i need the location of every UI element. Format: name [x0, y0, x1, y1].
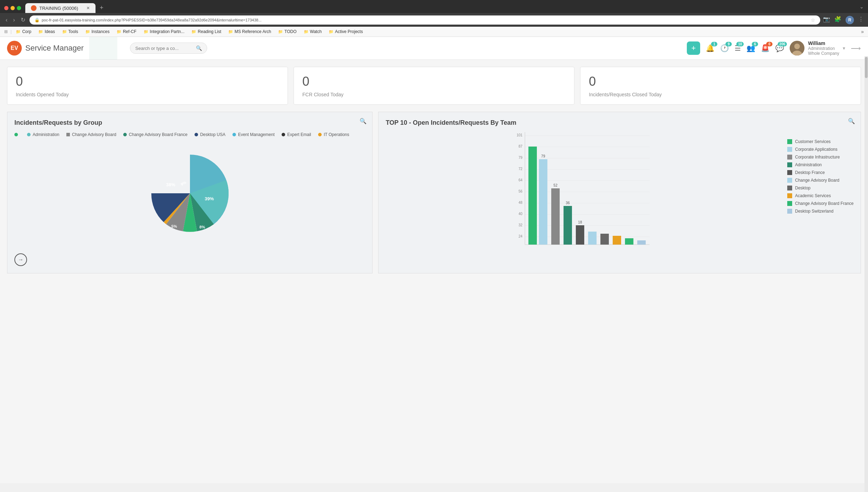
- legend-bar-color-0: [787, 139, 792, 144]
- bar-1: [528, 147, 537, 245]
- apps-grid-icon[interactable]: ⊞: [4, 29, 8, 34]
- bookmark-todo-label: TODO: [284, 29, 296, 34]
- messages-button[interactable]: 💬 206: [775, 44, 784, 52]
- profile-icon[interactable]: R: [846, 16, 854, 24]
- scrollbar-thumb[interactable]: [865, 57, 868, 78]
- bar-legend-label-9: Desktop Switzerland: [795, 209, 833, 214]
- bar-chart-panel: TOP 10 - Open Incidents/Requests By Team…: [378, 112, 861, 273]
- legend-dot-7: [318, 133, 322, 136]
- history-badge: 9: [725, 42, 732, 46]
- new-tab-button[interactable]: +: [97, 3, 106, 13]
- pie-chart: 39% 38% 8% 9% 5%: [14, 144, 365, 242]
- extensions-icon[interactable]: 🧩: [834, 16, 841, 24]
- bookmark-corp-label: Corp: [22, 29, 31, 34]
- bar-chart-search-icon[interactable]: 🔍: [848, 118, 855, 124]
- bookmark-instances[interactable]: 📁 Instances: [83, 28, 112, 35]
- legend-dot-2: [66, 133, 70, 136]
- screenshot-icon[interactable]: 📷: [823, 16, 830, 24]
- logo-area: EV Service Manager: [7, 41, 84, 56]
- user-menu[interactable]: William Administration Whole Company ▾: [790, 40, 845, 56]
- bookmark-integration[interactable]: 📁 Integration Partn...: [141, 28, 188, 35]
- bar-5: [576, 225, 584, 245]
- bar-legend-label-3: Administration: [795, 162, 822, 167]
- svg-text:40: 40: [519, 212, 523, 216]
- bookmark-active-projects-label: Active Projects: [335, 29, 363, 34]
- bookmark-watch[interactable]: 📁 Watch: [301, 28, 325, 35]
- legend-bar-color-4: [787, 170, 792, 175]
- logo-text: EV: [11, 45, 18, 51]
- bar-legend-label-4: Desktop France: [795, 170, 825, 175]
- pie-chart-search-icon[interactable]: 🔍: [360, 118, 367, 124]
- bar-legend-label-2: Corporate Infrastructure: [795, 155, 840, 160]
- back-button[interactable]: ‹: [4, 15, 9, 25]
- svg-text:79: 79: [519, 156, 523, 160]
- bookmark-ref-cf[interactable]: 📁 Ref-CF: [114, 28, 139, 35]
- pie-legend-item-3: Change Advisory Board France: [123, 132, 188, 137]
- menu-icon[interactable]: ⋮: [858, 16, 864, 24]
- bar-legend-1: Corporate Applications: [787, 147, 854, 152]
- logout-button[interactable]: ⟶: [851, 44, 861, 52]
- bookmark-ms-ref[interactable]: 📁 MS Reference Arch: [225, 28, 274, 35]
- svg-text:5%: 5%: [171, 224, 177, 228]
- notifications-button[interactable]: 🔔 1: [706, 44, 715, 52]
- pie-legend-item-5: Event Management: [232, 132, 275, 137]
- star-icon[interactable]: ☆: [811, 17, 815, 23]
- folder-icon-5: 📁: [117, 30, 121, 34]
- folder-icon-4: 📁: [85, 30, 90, 34]
- forward-button[interactable]: ›: [12, 15, 16, 25]
- reload-button[interactable]: ↻: [19, 15, 27, 25]
- bar-legend-7: Academic Services: [787, 193, 854, 198]
- svg-text:38%: 38%: [166, 182, 175, 187]
- tab-close-button[interactable]: ✕: [86, 6, 90, 11]
- stat-requests-closed-number: 0: [589, 74, 852, 89]
- legend-bar-color-3: [787, 162, 792, 167]
- bar-2: [539, 159, 547, 245]
- bookmark-reading-list-label: Reading List: [198, 29, 221, 34]
- bookmarks-more-button[interactable]: »: [861, 29, 864, 34]
- scrollbar[interactable]: [864, 56, 868, 483]
- stat-fcr-closed-number: 0: [302, 74, 566, 89]
- active-tab[interactable]: TRAINING (50006) ✕: [25, 3, 96, 13]
- bookmark-reading-list[interactable]: 📁 Reading List: [189, 28, 224, 35]
- address-text: poc-fr-pat-01.easyvista-training.com/ind…: [42, 18, 809, 22]
- user-scope: Whole Company: [808, 51, 839, 56]
- search-input[interactable]: [135, 46, 193, 51]
- svg-text:56: 56: [519, 189, 523, 193]
- legend-dot-4: [195, 133, 198, 136]
- bar-legend-label-7: Academic Services: [795, 193, 831, 198]
- bookmark-todo[interactable]: 📁 TODO: [275, 28, 299, 35]
- legend-bar-color-7: [787, 193, 792, 198]
- search-bar[interactable]: 🔍: [130, 43, 207, 54]
- svg-text:87: 87: [519, 144, 523, 148]
- bookmark-active-projects[interactable]: 📁 Active Projects: [326, 28, 366, 35]
- history-button[interactable]: 🕐 9: [720, 44, 729, 52]
- bar-legend-label-1: Corporate Applications: [795, 147, 837, 152]
- svg-text:32: 32: [519, 223, 523, 227]
- svg-text:24: 24: [519, 234, 523, 238]
- folder-icon-10: 📁: [304, 30, 309, 34]
- add-button[interactable]: +: [687, 41, 700, 55]
- legend-bar-color-6: [787, 186, 792, 190]
- pie-legend-item-6: Expert Email: [282, 132, 311, 137]
- window-maximize[interactable]: [17, 6, 21, 10]
- alerts-badge: 0: [766, 42, 772, 46]
- bar-legend-0: Customer Services: [787, 139, 854, 144]
- bookmark-ideas[interactable]: 📁 Ideas: [35, 28, 58, 35]
- user-dropdown-icon[interactable]: ▾: [843, 45, 845, 51]
- tasks-button[interactable]: ☰ 10: [735, 44, 741, 52]
- address-bar[interactable]: 🔒 poc-fr-pat-01.easyvista-training.com/i…: [29, 15, 820, 25]
- legend-label-7: IT Operations: [324, 132, 349, 137]
- svg-text:9%: 9%: [180, 180, 187, 186]
- pie-legend-item-7: IT Operations: [318, 132, 349, 137]
- tab-title: TRAINING (50006): [39, 6, 78, 11]
- window-close[interactable]: [4, 6, 8, 10]
- window-minimize[interactable]: [11, 6, 15, 10]
- folder-icon-2: 📁: [38, 30, 43, 34]
- bookmark-ref-cf-label: Ref-CF: [123, 29, 137, 34]
- bookmark-tools[interactable]: 📁 Tools: [59, 28, 81, 35]
- app-header: EV Service Manager 🔍 + 🔔 1 🕐 9: [0, 37, 868, 60]
- bookmark-corp[interactable]: 📁 Corp: [13, 28, 34, 35]
- users-button[interactable]: 👥 6: [747, 44, 755, 52]
- nav-arrow-button[interactable]: →: [14, 253, 27, 266]
- alerts-button[interactable]: 🚨 0: [761, 44, 770, 52]
